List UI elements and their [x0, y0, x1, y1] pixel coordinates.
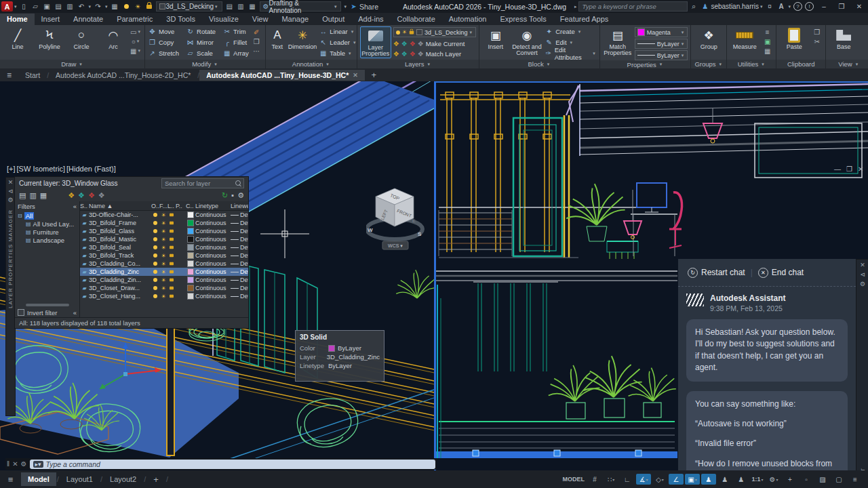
save-state-icon[interactable]: ▥	[236, 2, 246, 11]
layer-on-icon[interactable]	[151, 244, 159, 251]
tab-model[interactable]: Model	[21, 472, 56, 486]
column-lineweight[interactable]: Lineweight	[231, 203, 248, 209]
rectangle-icon[interactable]: ▭▾	[131, 28, 141, 36]
restore-button[interactable]: ❐	[833, 0, 850, 13]
layer-state-4-icon[interactable]: ❖	[98, 191, 105, 200]
open-file-icon[interactable]: ▱	[31, 2, 41, 11]
layer-on-icon[interactable]	[151, 220, 159, 226]
layer-color-swatch[interactable]	[186, 260, 195, 267]
layer-freeze-icon[interactable]: ☀	[159, 228, 167, 235]
layer-lock-icon[interactable]	[167, 268, 176, 275]
layer-linetype[interactable]: Continuous	[195, 293, 231, 300]
user-caret-icon[interactable]: ▾	[760, 4, 763, 9]
layer-thaw-icon[interactable]: ☀	[133, 2, 143, 11]
column-s-[interactable]: S..	[80, 203, 89, 209]
refresh-icon[interactable]: ↻	[222, 191, 228, 200]
grip-point[interactable]	[473, 450, 479, 456]
new-file-icon[interactable]: ▯	[19, 2, 29, 11]
block-panel-footer[interactable]: Block▾	[479, 60, 599, 68]
scale-button[interactable]: ▱Scale	[186, 48, 216, 58]
assistant-autohide-icon[interactable]: ⊲	[860, 271, 865, 278]
workspace-gear-icon[interactable]: ⚙▾	[766, 474, 781, 485]
viewport-visual-style-control[interactable]: [Hidden (Fast)]	[66, 165, 116, 173]
layer-linetype[interactable]: Continuous	[195, 285, 231, 291]
command-drag-handle[interactable]: ‖	[7, 460, 9, 468]
layer-lineweight[interactable]: Defa...	[231, 277, 248, 283]
filter-furniture[interactable]: ▤Furniture	[18, 228, 79, 236]
erase-icon[interactable]: ✐	[252, 28, 262, 36]
layer-row[interactable]: ▰3D_Bifold_Track☀ContinuousDefa...	[80, 251, 248, 260]
invert-collapse-icon[interactable]: «	[73, 309, 77, 317]
layer-lineweight[interactable]: Defa...	[231, 236, 248, 243]
groups-panel-footer[interactable]: Groups▾	[691, 60, 726, 68]
layer-color-swatch[interactable]	[186, 211, 195, 218]
layer-on-icon[interactable]	[151, 277, 159, 283]
save-icon[interactable]: ▣	[42, 2, 52, 11]
ribbon-tab-add-ins[interactable]: Add-ins	[351, 14, 390, 25]
close-button[interactable]: ✕	[850, 0, 868, 13]
layer-freeze-icon[interactable]: ☀	[159, 220, 167, 226]
snap-icon[interactable]: ∷▾	[604, 474, 618, 485]
layer-search-input[interactable]: Search for layer	[161, 178, 244, 188]
tab-layout1[interactable]: Layout1	[60, 472, 100, 486]
command-customize-icon[interactable]: ⚙	[21, 460, 27, 468]
layer-on-icon[interactable]	[151, 285, 159, 291]
annotation-panel-footer[interactable]: Annotation▾	[266, 60, 357, 68]
access-caret-icon[interactable]: ▾	[789, 4, 791, 9]
column-o-[interactable]: O..	[151, 203, 159, 209]
layer-lock-icon[interactable]	[167, 228, 176, 235]
column-name[interactable]: Name ▲	[89, 203, 151, 209]
layer-lock-icon[interactable]	[167, 285, 176, 291]
layer-lock-icon[interactable]	[167, 293, 176, 300]
restart-chat-button[interactable]: ↻Restart chat	[688, 268, 745, 278]
ribbon-tab-express-tools[interactable]: Express Tools	[493, 14, 553, 25]
layer-on-icon[interactable]	[151, 260, 159, 267]
layer-properties-button[interactable]: Layer Properties	[360, 26, 391, 58]
view-panel-footer[interactable]: View▾◥	[826, 60, 868, 68]
filters-collapse-icon[interactable]: «	[73, 203, 77, 210]
layer-lock-icon[interactable]	[167, 236, 176, 243]
dimension-button[interactable]: ✳Dimension	[288, 26, 317, 50]
file-tab-0[interactable]: Start	[18, 70, 47, 81]
print-icon[interactable]: ▥	[65, 2, 75, 11]
end-chat-button[interactable]: ✕End chat	[758, 268, 804, 278]
layer-on-icon[interactable]	[151, 236, 159, 243]
delete-layer-icon[interactable]: ▦	[40, 191, 47, 200]
ribbon-tab-home[interactable]: Home	[0, 14, 35, 25]
palette-autohide-icon[interactable]: ⊲	[8, 188, 14, 195]
layer-color-swatch[interactable]	[186, 268, 195, 275]
layers-panel-footer[interactable]: Layers▾	[357, 60, 479, 68]
ellipse-icon[interactable]: ○▾	[131, 37, 141, 45]
assistant-properties-icon[interactable]: ⚙	[860, 281, 865, 287]
lineweight-dropdown[interactable]: ByLayer▾	[635, 39, 688, 49]
layer-freeze-icon[interactable]: ☀	[159, 261, 167, 267]
insert-button[interactable]: ▣Insert	[482, 26, 509, 50]
ribbon-tab-featured-apps[interactable]: Featured Apps	[553, 14, 616, 25]
new-layout-button[interactable]: +	[146, 472, 165, 487]
column-f-[interactable]: F...	[159, 203, 167, 209]
array-button[interactable]: ▦Array	[222, 48, 249, 58]
signed-in-user[interactable]: sebastian.harris	[711, 3, 759, 10]
layer-state-2-icon[interactable]: ❖	[78, 191, 85, 200]
file-tab-close-icon[interactable]: ✕	[353, 72, 358, 79]
layer-color-swatch[interactable]	[186, 285, 195, 291]
base-button[interactable]: Base	[829, 26, 859, 50]
command-input[interactable]: ▸▾ Type a command	[30, 460, 436, 469]
modify-panel-footer[interactable]: Modify▾	[145, 60, 265, 68]
layer-lock-icon[interactable]	[167, 252, 176, 259]
redo-icon-caret[interactable]: ▾	[105, 4, 108, 9]
new-layer-icon[interactable]: ▤	[19, 191, 26, 200]
layer-freeze-icon[interactable]: ☀	[159, 237, 167, 243]
filter-all[interactable]: ⊟All	[18, 211, 79, 220]
ortho-icon[interactable]: ∟	[620, 474, 635, 485]
offset-icon[interactable]: ⋯	[252, 47, 262, 55]
ribbon-tab-annotate[interactable]: Annotate	[66, 14, 110, 25]
layer-color-swatch[interactable]	[186, 293, 195, 300]
palette-close-icon[interactable]: ✕	[8, 179, 14, 186]
layer-row[interactable]: ▰3D_Cladding_Zinc☀ContinuousDefa...	[80, 268, 248, 276]
layer-on-icon[interactable]	[121, 2, 132, 11]
layer-linetype[interactable]: Continuous	[195, 252, 231, 259]
layer-on-icon[interactable]	[151, 293, 159, 300]
share-label[interactable]: Share	[359, 3, 378, 11]
layer-on-icon[interactable]	[151, 268, 159, 275]
